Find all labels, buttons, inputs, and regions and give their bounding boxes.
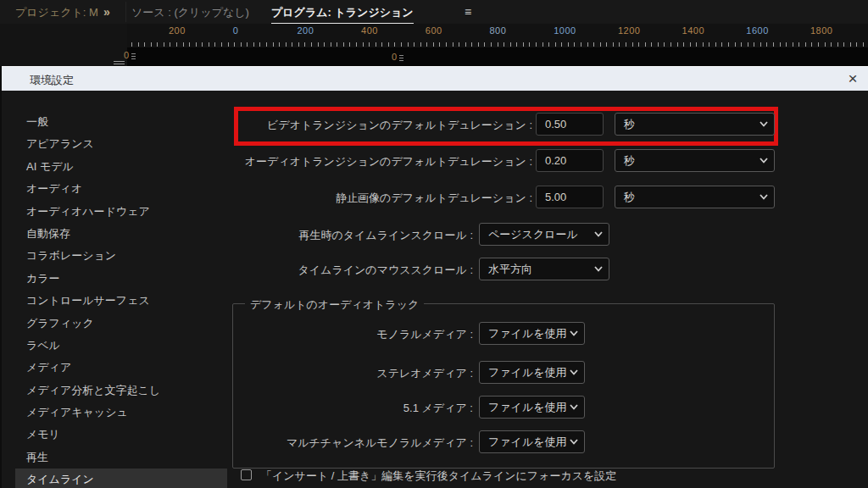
still-image-duration-input[interactable]: 5.00: [536, 186, 604, 208]
ruler-minor-tick: [837, 42, 838, 47]
multichannel-mono-media-select[interactable]: ファイルを使用: [479, 430, 585, 453]
ruler-minor-tick: [715, 42, 716, 47]
dialog-title: 環境設定: [30, 73, 74, 88]
surround-media-label: 5.1 メディア :: [2, 401, 473, 416]
ruler-minor-tick: [363, 42, 364, 47]
surround-media-select[interactable]: ファイルを使用: [479, 396, 585, 419]
ruler-minor-tick: [273, 42, 274, 47]
ruler-minor-tick: [587, 42, 588, 47]
ruler-minor-tick: [516, 42, 517, 47]
ruler-minor-tick: [478, 42, 479, 47]
sidebar-item-8[interactable]: コントロールサーフェス: [15, 290, 227, 312]
ruler-minor-tick: [780, 42, 781, 47]
ruler-minor-tick: [606, 42, 607, 47]
panel-tab-bar: プロジェクト: M» ソース : (クリップなし) プログラム: トランジション…: [0, 0, 868, 24]
ruler-minor-tick: [234, 42, 235, 47]
ruler-minor-tick: [825, 42, 826, 47]
ruler-label-200: 200: [297, 25, 314, 36]
ruler-minor-tick: [677, 42, 678, 47]
stereo-media-select[interactable]: ファイルを使用: [479, 361, 585, 384]
ruler-minor-tick: [805, 42, 806, 47]
ruler-minor-tick: [388, 42, 389, 47]
tab-source-monitor[interactable]: ソース : (クリップなし): [131, 5, 249, 20]
ruler-minor-tick: [221, 42, 222, 47]
ruler-minor-tick: [164, 42, 164, 47]
ruler-minor-tick: [766, 42, 767, 47]
editor-top-panels: プロジェクト: M» ソース : (クリップなし) プログラム: トランジション…: [0, 0, 868, 66]
chevron-right-double-icon[interactable]: »: [103, 5, 110, 19]
playback-timeline-scroll-select[interactable]: ページスクロール: [479, 223, 609, 246]
panel-menu-icon[interactable]: ≡: [465, 5, 471, 19]
ruler-minor-tick: [613, 42, 614, 47]
focus-timeline-checkbox[interactable]: [241, 469, 252, 480]
ruler-minor-tick: [696, 42, 697, 47]
ruler-minor-tick: [196, 42, 197, 47]
select-value: 秒: [624, 118, 635, 130]
ruler-label-1200: 1200: [618, 25, 640, 36]
timeline-mouse-scroll-label: タイムラインのマウススクロール :: [2, 263, 473, 278]
screen: プロジェクト: M» ソース : (クリップなし) プログラム: トランジション…: [0, 0, 868, 488]
timeline-mouse-scroll-select[interactable]: 水平方向: [479, 258, 609, 280]
ruler-minor-tick: [376, 42, 376, 47]
ruler-minor-tick: [632, 42, 633, 47]
ruler-minor-tick: [754, 42, 754, 47]
ruler-minor-tick: [548, 42, 549, 47]
ruler-minor-tick: [151, 42, 152, 47]
ruler-minor-tick: [798, 42, 799, 47]
ruler-minor-tick: [523, 42, 524, 47]
ruler-minor-tick: [324, 42, 325, 47]
ruler-minor-tick: [568, 42, 569, 47]
ruler-minor-tick: [574, 42, 575, 47]
tab-project-panel[interactable]: プロジェクト: M»: [15, 5, 110, 20]
audio-transition-duration-input[interactable]: 0.20: [536, 149, 604, 172]
mono-media-label: モノラルメディア :: [2, 327, 473, 342]
sidebar-item-12[interactable]: メディア分析と文字起こし: [15, 380, 227, 402]
sidebar-item-1[interactable]: アピアランス: [15, 133, 227, 155]
sidebar-item-16[interactable]: タイムライン: [15, 469, 227, 488]
still-image-unit-select[interactable]: 秒: [615, 186, 775, 208]
mono-media-select[interactable]: ファイルを使用: [479, 322, 585, 345]
ruler-minor-tick: [728, 42, 729, 47]
ruler-minor-tick: [645, 42, 646, 47]
playback-timeline-scroll-label: 再生時のタイムラインスクロール :: [2, 228, 473, 243]
ruler-minor-tick: [337, 42, 337, 47]
chevron-down-icon: [570, 439, 578, 445]
select-value: ページスクロール: [488, 228, 578, 241]
close-icon[interactable]: ×: [843, 69, 863, 89]
video-transition-duration-label: ビデオトランジションのデフォルトデュレーション :: [2, 118, 532, 133]
ruler-minor-tick: [420, 42, 421, 47]
chevron-down-icon: [570, 330, 578, 336]
video-transition-unit-select[interactable]: 秒: [615, 113, 775, 136]
ruler-minor-tick: [144, 42, 145, 47]
ruler-minor-tick: [863, 42, 864, 47]
video-transition-duration-input[interactable]: 0.50: [536, 113, 604, 136]
dialog-titlebar[interactable]: 環境設定 ×: [2, 66, 868, 91]
ruler-minor-tick: [831, 42, 832, 47]
preferences-dialog: 環境設定 × 一般アピアランスAI モデルオーディオオーディオハードウェア自動保…: [2, 66, 868, 488]
ruler-minor-tick: [183, 42, 184, 47]
ruler-minor-tick: [189, 42, 190, 47]
ruler-minor-tick: [394, 42, 395, 47]
ruler-minor-tick: [241, 42, 242, 47]
ruler-minor-tick: [504, 42, 504, 47]
ruler-minor-tick: [748, 42, 748, 47]
select-value: 秒: [624, 154, 635, 167]
ruler-label-400: 400: [361, 25, 378, 36]
ruler-minor-tick: [279, 42, 280, 47]
ruler-label-0: 0: [233, 25, 239, 36]
vertical-ruler-ticks: [399, 53, 403, 63]
ruler-minor-tick: [542, 42, 543, 47]
focus-timeline-checkbox-label: 「インサート / 上書き」編集を実行後タイムラインにフォーカスを設定: [261, 469, 616, 484]
ruler-label-1800: 1800: [810, 25, 832, 36]
ruler-minor-tick: [581, 42, 581, 47]
ruler-minor-tick: [381, 42, 382, 47]
timeline-ruler: 200020040060080010001200140016001800: [127, 24, 868, 47]
tab-program-monitor[interactable]: プログラム: トランジション: [271, 5, 414, 25]
project-panel-background: [0, 47, 127, 66]
ruler-minor-tick: [484, 42, 485, 47]
ruler-minor-tick: [555, 42, 556, 47]
ruler-minor-tick: [369, 42, 370, 47]
multichannel-mono-media-label: マルチチャンネルモノラルメディア :: [2, 435, 473, 451]
audio-transition-unit-select[interactable]: 秒: [615, 149, 775, 172]
panel-resize-grip[interactable]: [114, 59, 125, 66]
